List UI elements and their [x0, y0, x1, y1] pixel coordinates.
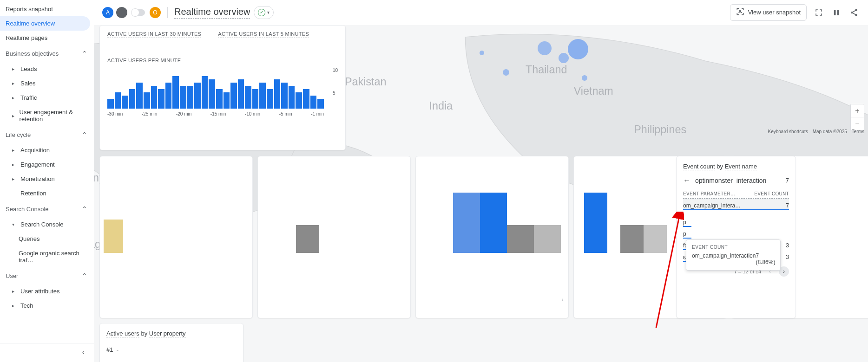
chevron-up-icon: ⌃ [82, 205, 87, 213]
caret-icon: ▸ [12, 113, 18, 118]
section-search-console[interactable]: Search Console⌃ [0, 200, 94, 217]
map-zoom-in-button[interactable]: + [851, 104, 864, 117]
nav-traffic[interactable]: ▸Traffic [0, 90, 90, 105]
chevron-up-icon: ⌃ [82, 272, 87, 279]
event-breadcrumb: ← optinmonster_interaction 7 [683, 176, 789, 185]
user-property-title: Active users by User property [106, 330, 237, 337]
avatar-group: A O [102, 7, 161, 18]
y-axis: 10 5 [333, 67, 338, 109]
view-user-snapshot-button[interactable]: View user snapshot [730, 4, 807, 21]
map-attribution: Map data ©2025 [813, 129, 847, 134]
event-row[interactable]: om_campaign_intera…7 [683, 199, 789, 210]
back-arrow-icon[interactable]: ← [683, 176, 690, 185]
chart-bar [194, 83, 201, 109]
map-zoom-out-button[interactable]: − [851, 117, 864, 130]
svg-text:Pakistan: Pakistan [345, 76, 386, 88]
compare-icon[interactable] [831, 7, 842, 18]
chart-bar [151, 86, 158, 109]
caret-icon: ▸ [12, 162, 19, 167]
svg-text:India: India [429, 100, 453, 112]
topbar: A O Realtime overview ✓ ▾ View user snap… [94, 0, 868, 25]
card-placeholder-2 [257, 156, 411, 318]
nav-monetization[interactable]: ▸Monetization [0, 172, 90, 186]
active-users-card: ACTIVE USERS IN LAST 30 MINUTES ACTIVE U… [99, 25, 346, 150]
section-business-objectives[interactable]: Business objectives⌃ [0, 45, 94, 62]
event-row[interactable] [683, 210, 789, 215]
svg-rect-2 [837, 10, 839, 15]
chart-bar [144, 92, 150, 109]
chart-bar [115, 92, 121, 109]
chart-bar [238, 79, 244, 109]
chart-bar [303, 89, 309, 109]
check-circle-icon: ✓ [258, 9, 265, 16]
user-property-card: Active users by User property #1 - No da… [99, 323, 243, 362]
event-table-headers: EVENT PARAMETER… EVENT COUNT [683, 191, 789, 199]
chart-title: ACTIVE USERS PER MINUTE [107, 58, 338, 63]
chart-bar [259, 83, 266, 109]
tooltip-header: EVENT COUNT [692, 245, 775, 250]
caret-down-icon: ▾ [12, 222, 19, 227]
nav-tech[interactable]: ▸Tech [0, 298, 90, 313]
chart-bar [317, 99, 324, 109]
map-shortcuts-link[interactable]: Keyboard shortcuts [768, 129, 808, 134]
nav-realtime-pages[interactable]: Realtime pages [0, 31, 90, 45]
nav-queries[interactable]: Queries [0, 232, 90, 246]
caret-icon: ▸ [12, 289, 19, 294]
nav-user-engagement[interactable]: ▸User engagement & retention [0, 105, 90, 126]
page-title: Realtime overview [174, 6, 250, 19]
nav-realtime-overview[interactable]: Realtime overview [0, 16, 90, 31]
svg-point-0 [739, 10, 741, 12]
share-icon[interactable] [848, 7, 860, 18]
nav-acquisition[interactable]: ▸Acquisition [0, 143, 90, 157]
user-property-rank: #1 - [106, 346, 237, 353]
label-active-5: ACTIVE USERS IN LAST 5 MINUTES [218, 31, 309, 38]
chart-bar [289, 86, 295, 109]
crop-icon [736, 7, 744, 17]
caret-icon: ▸ [12, 148, 19, 153]
section-user[interactable]: User⌃ [0, 267, 94, 284]
label-active-30: ACTIVE USERS IN LAST 30 MINUTES [107, 31, 201, 38]
avatar-a[interactable]: A [102, 7, 113, 18]
nav-leads[interactable]: ▸Leads [0, 62, 90, 76]
event-count: 7 [785, 177, 789, 184]
avatar-o[interactable]: O [150, 7, 161, 18]
chart-bar [172, 76, 179, 109]
chart-bar [129, 89, 136, 109]
map-footer: Keyboard shortcuts Map data ©2025 Terms [768, 129, 865, 134]
svg-point-3 [855, 9, 857, 11]
sidebar: Reports snapshot Realtime overview Realt… [0, 0, 94, 362]
next-arrow-icon[interactable]: › [561, 296, 564, 303]
nav-user-attributes[interactable]: ▸User attributes [0, 284, 90, 298]
svg-point-5 [855, 14, 857, 15]
nav-search-console[interactable]: ▾Search Console [0, 217, 90, 232]
caret-icon: ▸ [12, 81, 19, 86]
svg-text:Vietnam: Vietnam [574, 85, 613, 97]
chart-bar [158, 89, 164, 109]
main: A O Realtime overview ✓ ▾ View user snap… [94, 0, 868, 362]
event-row[interactable]: p [683, 227, 789, 239]
chart-bar [107, 99, 114, 109]
chart-bar [180, 86, 186, 109]
nav-retention[interactable]: Retention [0, 186, 90, 200]
nav-sales[interactable]: ▸Sales [0, 76, 90, 90]
nav-google-organic[interactable]: Google organic search traf… [0, 246, 90, 267]
svg-text:Philippines: Philippines [634, 123, 686, 136]
map-terms-link[interactable]: Terms [852, 129, 864, 134]
nav-engagement[interactable]: ▸Engagement [0, 157, 90, 172]
sidebar-collapse-button[interactable]: ‹ [0, 343, 94, 356]
nav-reports-snapshot[interactable]: Reports snapshot [0, 2, 90, 16]
fullscreen-icon[interactable] [813, 7, 824, 18]
event-name: optinmonster_interaction [695, 177, 766, 184]
event-card-title: Event count by Event name [683, 163, 789, 170]
svg-rect-1 [834, 10, 836, 15]
caret-icon: ▸ [12, 95, 19, 100]
section-life-cycle[interactable]: Life cycle⌃ [0, 126, 94, 143]
chart-bar [122, 96, 128, 109]
event-row[interactable]: p [683, 215, 789, 227]
chart-bar [165, 83, 172, 109]
avatar-gray[interactable] [116, 7, 127, 18]
status-dropdown[interactable]: ✓ ▾ [254, 6, 274, 19]
chart-bar [187, 86, 194, 109]
comparison-toggle[interactable] [132, 9, 145, 16]
chart-bar [267, 89, 273, 109]
